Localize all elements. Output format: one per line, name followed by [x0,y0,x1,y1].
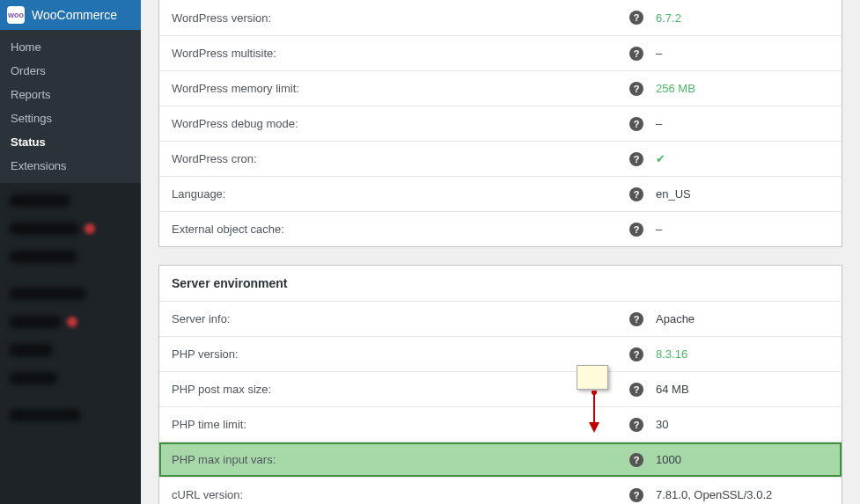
submenu-label: Home [11,40,41,54]
status-row: WordPress version:?6.7.2 [159,0,842,35]
help-icon[interactable]: ? [629,11,643,25]
submenu-label: Reports [11,88,51,101]
sidebar-item-settings[interactable]: Settings [0,106,141,130]
sidebar-item-blurred[interactable] [0,280,141,308]
row-label: PHP version: [172,347,629,361]
svg-point-2 [592,391,597,395]
sidebar-item-blurred[interactable] [0,401,141,429]
status-row: PHP post max size:?64 MB [159,371,842,406]
status-row: WordPress debug mode:?– [159,106,842,141]
status-row: PHP max input vars:?1000 [159,442,842,477]
sidebar-item-blurred[interactable] [0,336,141,364]
sidebar-item-status[interactable]: Status [0,130,141,154]
help-icon[interactable]: ? [629,383,643,397]
row-value: – [656,47,829,60]
sidebar-item-blurred[interactable] [0,308,141,336]
help-icon[interactable]: ? [629,117,643,131]
status-row: WordPress memory limit:?256 MB [159,70,842,106]
help-icon[interactable]: ? [629,152,643,166]
row-label: External object cache: [172,223,629,236]
row-value: 64 MB [656,383,829,396]
status-row: Language:?en_US [159,176,842,211]
row-value: 6.7.2 [656,11,829,25]
sidebar-item-home[interactable]: Home [0,35,141,59]
row-label: cURL version: [172,488,629,501]
row-value: 8.3.16 [656,347,829,361]
sidebar-item-extensions[interactable]: Extensions [0,154,141,178]
row-value: 1000 [656,453,829,466]
server-environment-panel: Server environmentServer info:?ApachePHP… [158,265,842,504]
status-row: cURL version:?7.81.0, OpenSSL/3.0.2 [159,477,842,504]
sidebar-item-orders[interactable]: Orders [0,59,141,83]
row-label: PHP time limit: [172,418,629,431]
submenu-label: Extensions [11,159,67,172]
annotation-arrow-icon [587,391,601,435]
row-label: WordPress debug mode: [172,117,629,130]
woocommerce-submenu: HomeOrdersReportsSettingsStatusExtension… [0,30,141,183]
row-value: – [656,223,829,236]
help-icon[interactable]: ? [629,347,643,362]
main-content: WordPress version:?6.7.2WordPress multis… [141,0,860,504]
status-row: WordPress cron:?✔ [159,141,842,176]
sidebar-other-items [0,183,141,429]
help-icon[interactable]: ? [629,223,643,237]
svg-marker-3 [589,422,599,433]
row-label: WordPress version: [172,11,629,25]
help-icon[interactable]: ? [629,82,643,96]
row-value: en_US [656,187,829,201]
wp-environment-panel: WordPress version:?6.7.2WordPress multis… [158,0,842,247]
row-value: Apache [656,312,829,325]
row-label: WordPress cron: [172,152,629,165]
help-icon[interactable]: ? [629,47,643,61]
row-label: Language: [172,187,629,201]
status-row: WordPress multisite:?– [159,35,842,70]
row-value: 30 [656,418,829,431]
submenu-label: Status [11,135,46,149]
row-value: 7.81.0, OpenSSL/3.0.2 [656,488,829,501]
sidebar-label-woocommerce: WooCommerce [32,8,117,22]
row-label: PHP post max size: [172,383,629,396]
sidebar-item-reports[interactable]: Reports [0,83,141,106]
row-value: 256 MB [656,82,829,95]
help-icon[interactable]: ? [629,453,643,467]
section-title: Server environment [172,276,288,290]
help-icon[interactable]: ? [629,187,643,201]
sidebar-item-blurred[interactable] [0,364,141,392]
admin-sidebar: woo WooCommerce HomeOrdersReportsSetting… [0,0,141,504]
row-label: WordPress multisite: [172,47,629,60]
submenu-label: Settings [11,112,52,125]
help-icon[interactable]: ? [629,488,643,502]
sidebar-item-blurred[interactable] [0,186,141,215]
woocommerce-icon: woo [7,6,25,24]
sidebar-item-blurred[interactable] [0,243,141,271]
section-header-server-environment: Server environment [159,266,842,301]
row-label: PHP max input vars: [172,453,629,466]
submenu-label: Orders [11,64,46,77]
row-value: ✔ [656,152,829,165]
row-value: – [656,117,829,130]
row-label: Server info: [172,312,629,325]
status-row: External object cache:?– [159,211,842,246]
row-label: WordPress memory limit: [172,82,629,95]
sidebar-item-blurred[interactable] [0,215,141,243]
help-icon[interactable]: ? [629,418,643,432]
status-row: PHP time limit:?30 [159,406,842,442]
annotation-note [577,365,608,390]
help-icon[interactable]: ? [629,312,643,326]
sidebar-item-woocommerce[interactable]: woo WooCommerce [0,0,141,30]
status-row: Server info:?Apache [159,301,842,336]
status-row: PHP version:?8.3.16 [159,336,842,371]
